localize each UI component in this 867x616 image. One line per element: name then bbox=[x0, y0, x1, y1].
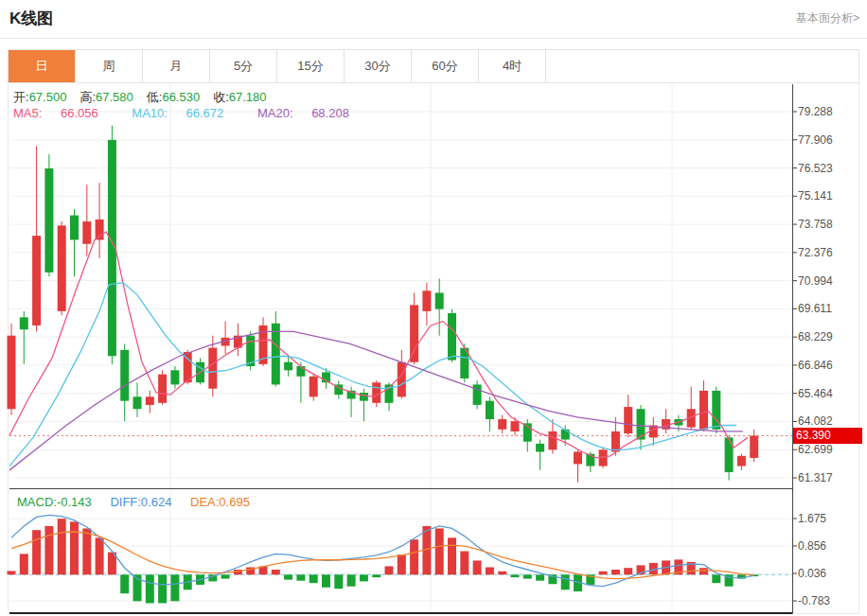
macd-bar bbox=[460, 552, 469, 575]
axis-tick-label: 68.229 bbox=[798, 330, 833, 343]
candle[interactable] bbox=[44, 154, 53, 276]
candle[interactable] bbox=[422, 283, 431, 326]
axis-tick-label: 75.141 bbox=[798, 189, 833, 202]
axis-tick-label: 79.288 bbox=[798, 105, 833, 118]
candle[interactable] bbox=[170, 366, 179, 389]
candle[interactable] bbox=[310, 375, 318, 401]
macd-bar bbox=[20, 554, 28, 574]
candle[interactable] bbox=[108, 126, 116, 364]
macd-bar bbox=[611, 570, 620, 574]
candle[interactable] bbox=[473, 380, 482, 409]
axis-tick-label: 0.036 bbox=[798, 567, 826, 580]
candle[interactable] bbox=[624, 395, 632, 437]
candle[interactable] bbox=[750, 430, 758, 462]
ma10-line bbox=[9, 283, 736, 466]
candle[interactable] bbox=[96, 183, 104, 258]
macd-bar bbox=[170, 574, 179, 601]
macd-bar bbox=[32, 530, 41, 574]
axis-tick-label: 64.082 bbox=[798, 414, 833, 428]
axis-tick-label: 76.523 bbox=[798, 162, 833, 175]
candle[interactable] bbox=[158, 370, 167, 405]
candle[interactable] bbox=[120, 343, 129, 421]
candle[interactable] bbox=[725, 435, 734, 480]
candle[interactable] bbox=[234, 324, 242, 356]
candle[interactable] bbox=[82, 185, 91, 255]
close-label: 收: bbox=[213, 90, 229, 104]
macd-legend: MACD:-0.143 DIFF:0.624 DEA:0.695 bbox=[17, 495, 265, 509]
candle[interactable] bbox=[435, 278, 444, 335]
axis-tick-label: 61.317 bbox=[798, 471, 833, 484]
low-value: 66.530 bbox=[162, 90, 200, 104]
ma-legend: MA5: 66.056 MA10: 66.672 MA20: 68.208 bbox=[13, 106, 380, 120]
candle[interactable] bbox=[334, 380, 343, 398]
candle[interactable] bbox=[146, 391, 154, 414]
open-label: 开: bbox=[13, 90, 29, 104]
candle[interactable] bbox=[20, 311, 28, 364]
dea-value: DEA:0.695 bbox=[190, 495, 250, 509]
macd-bar bbox=[360, 574, 368, 581]
current-price-badge: 63.390 bbox=[793, 428, 862, 444]
macd-bar bbox=[511, 574, 520, 577]
macd-bar bbox=[435, 528, 444, 574]
macd-bar bbox=[699, 568, 708, 574]
candle[interactable] bbox=[32, 146, 41, 331]
candle[interactable] bbox=[221, 322, 230, 354]
candle[interactable] bbox=[133, 382, 142, 417]
macd-bar bbox=[272, 570, 280, 574]
macd-bar bbox=[398, 554, 406, 574]
macd-bar bbox=[310, 574, 318, 583]
macd-bar bbox=[624, 568, 632, 574]
candle[interactable] bbox=[8, 324, 16, 415]
candle[interactable] bbox=[460, 343, 469, 382]
candle[interactable] bbox=[70, 209, 79, 276]
candle[interactable] bbox=[662, 409, 670, 433]
diff-value: DIFF:0.624 bbox=[110, 495, 171, 509]
macd-bar bbox=[712, 574, 720, 583]
candle[interactable] bbox=[536, 440, 544, 470]
candle[interactable] bbox=[486, 396, 494, 431]
macd-bar bbox=[8, 571, 16, 574]
candle[interactable] bbox=[448, 309, 456, 362]
candle[interactable] bbox=[360, 389, 368, 421]
candle[interactable] bbox=[498, 415, 506, 433]
axis-tick-label: 65.464 bbox=[798, 387, 833, 400]
macd-bar bbox=[221, 574, 230, 578]
ma10-legend-item: MA10: 66.672 bbox=[132, 106, 239, 120]
axis-tick-label: 0.856 bbox=[798, 539, 826, 553]
macd-bar bbox=[296, 574, 305, 580]
candle[interactable] bbox=[637, 405, 646, 449]
macd-bar bbox=[120, 574, 129, 593]
macd-bar bbox=[372, 574, 380, 577]
macd-bar bbox=[486, 568, 494, 575]
candle[interactable] bbox=[246, 331, 255, 370]
candle[interactable] bbox=[410, 292, 418, 363]
macd-bar bbox=[322, 574, 330, 587]
macd-bar bbox=[58, 519, 66, 574]
ma20-legend-item: MA20: 68.208 bbox=[257, 106, 364, 120]
candle[interactable] bbox=[523, 419, 532, 451]
ma5-legend-item: MA5: 66.056 bbox=[13, 106, 114, 120]
gridlines bbox=[9, 84, 793, 612]
macd-bar bbox=[334, 574, 343, 589]
axis-tick-label: 66.846 bbox=[798, 359, 833, 372]
macd-value: MACD:-0.143 bbox=[17, 495, 92, 509]
high-label: 高: bbox=[80, 90, 96, 104]
macd-bar bbox=[410, 539, 418, 574]
candle[interactable] bbox=[737, 454, 746, 470]
macd-bar bbox=[498, 572, 506, 575]
axis-tick-label: 70.994 bbox=[798, 274, 833, 288]
candle[interactable] bbox=[272, 311, 280, 387]
candle[interactable] bbox=[284, 356, 292, 377]
candle[interactable] bbox=[699, 380, 708, 431]
axis-tick-label: 69.611 bbox=[798, 302, 832, 315]
macd-bar bbox=[70, 521, 79, 574]
macd-bar bbox=[158, 574, 167, 603]
candles[interactable] bbox=[8, 126, 759, 483]
low-label: 低: bbox=[147, 90, 163, 104]
macd-bar bbox=[96, 537, 104, 574]
macd-bar bbox=[473, 560, 482, 574]
candle[interactable] bbox=[58, 221, 66, 315]
axis-tick-label: 72.376 bbox=[798, 246, 833, 259]
macd-bar bbox=[385, 566, 394, 574]
candle[interactable] bbox=[196, 358, 204, 384]
